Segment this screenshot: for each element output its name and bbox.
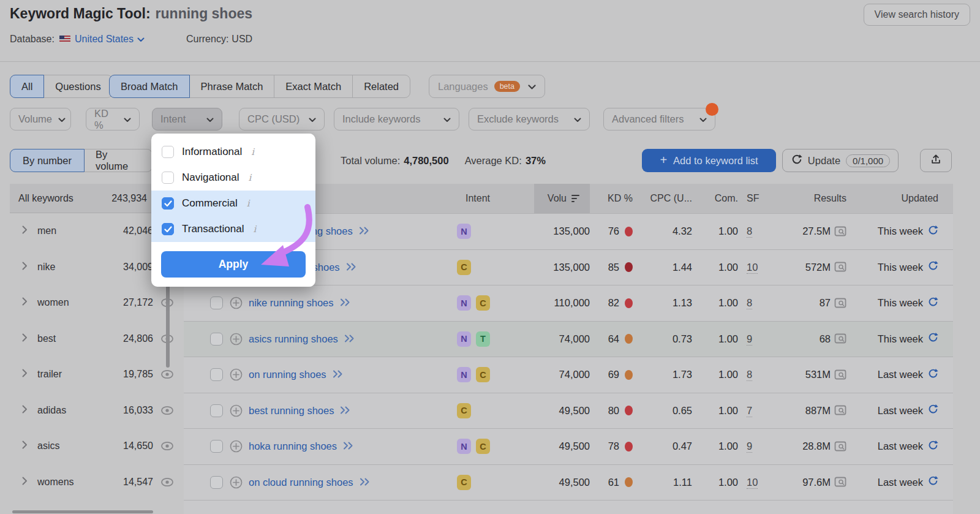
checkbox-checked[interactable] <box>162 197 174 210</box>
serp-preview-icon[interactable] <box>834 333 846 344</box>
add-keyword-icon[interactable] <box>230 333 243 346</box>
keyword-link[interactable]: on cloud running shoes <box>249 477 353 488</box>
row-checkbox[interactable] <box>210 297 223 309</box>
chevron-right-icon[interactable] <box>22 297 28 308</box>
keyword-link[interactable]: best running shoes <box>249 405 334 417</box>
header-cpc[interactable]: CPC (U... <box>641 193 692 204</box>
database-selector[interactable]: United States <box>75 34 134 45</box>
sidebar-all-keywords[interactable]: All keywords 243,934 <box>10 184 174 213</box>
volume-sort-header[interactable]: Volu <box>534 184 590 213</box>
row-checkbox[interactable] <box>210 476 223 489</box>
add-keyword-icon[interactable] <box>230 404 243 417</box>
header-volume[interactable]: Volu <box>496 184 590 213</box>
add-to-keyword-list-button[interactable]: + Add to keyword list <box>642 149 776 172</box>
add-keyword-icon[interactable] <box>230 297 243 309</box>
serp-features-count[interactable]: 9 <box>747 440 752 453</box>
eye-icon[interactable] <box>160 477 174 487</box>
double-chevron-icon[interactable] <box>333 369 344 380</box>
keyword-link[interactable]: hoka running shoes <box>249 440 337 452</box>
filter-advanced[interactable]: Advanced filters <box>603 108 715 130</box>
row-checkbox[interactable] <box>210 404 223 417</box>
keyword-table-row[interactable]: on running shoes NC 74,000 69 1.73 1.00 … <box>184 357 953 393</box>
sidebar-group-row[interactable]: trailer 19,785 <box>10 357 174 393</box>
filter-exclude-keywords[interactable]: Exclude keywords <box>469 108 590 130</box>
double-chevron-icon[interactable] <box>343 440 354 452</box>
header-com[interactable]: Com. <box>692 193 738 204</box>
serp-preview-icon[interactable] <box>834 477 846 488</box>
header-updated[interactable]: Updated <box>846 193 938 204</box>
serp-preview-icon[interactable] <box>834 226 846 237</box>
chevron-right-icon[interactable] <box>22 369 28 380</box>
serp-features-count[interactable]: 9 <box>747 333 752 346</box>
refresh-icon[interactable] <box>927 440 938 453</box>
serp-features-count[interactable]: 10 <box>747 477 758 489</box>
filter-kd[interactable]: KD % <box>86 108 140 130</box>
toggle-by-volume[interactable]: By volume <box>84 149 153 172</box>
eye-icon[interactable] <box>160 406 174 415</box>
serp-preview-icon[interactable] <box>834 441 846 452</box>
serp-features-count[interactable]: 8 <box>747 369 752 381</box>
eye-icon[interactable] <box>160 441 174 451</box>
chevron-right-icon[interactable] <box>22 262 28 273</box>
eye-icon[interactable] <box>160 369 174 379</box>
header-kd[interactable]: KD % <box>590 193 641 204</box>
checkbox-checked[interactable] <box>162 223 174 235</box>
keyword-table-row[interactable]: best running shoes C 49,500 80 0.65 1.00… <box>184 393 953 429</box>
serp-preview-icon[interactable] <box>834 262 846 273</box>
keyword-link[interactable]: nike running shoes <box>249 297 334 309</box>
tab-all[interactable]: All <box>10 75 44 98</box>
view-search-history-button[interactable]: View search history <box>864 4 970 26</box>
double-chevron-icon[interactable] <box>344 333 355 345</box>
double-chevron-icon[interactable] <box>340 405 351 417</box>
checkbox-unchecked[interactable] <box>162 172 174 184</box>
sidebar-group-row[interactable]: asics 14,650 <box>10 428 174 464</box>
add-keyword-icon[interactable] <box>230 440 243 453</box>
export-button[interactable] <box>920 149 952 172</box>
filter-cpc[interactable]: CPC (USD) <box>239 108 325 130</box>
chevron-down-icon[interactable] <box>137 34 145 45</box>
chevron-right-icon[interactable] <box>22 225 28 236</box>
tab-questions[interactable]: Questions <box>43 75 112 98</box>
checkbox-unchecked[interactable] <box>162 146 174 158</box>
sidebar-group-row[interactable]: womens 14,547 <box>10 464 174 501</box>
sidebar-group-row[interactable]: nike 34,009 <box>10 249 174 285</box>
sidebar-horizontal-scrollbar[interactable] <box>12 510 153 513</box>
filter-include-keywords[interactable]: Include keywords <box>334 108 459 130</box>
languages-dropdown[interactable]: Languages beta <box>429 75 545 98</box>
double-chevron-icon[interactable] <box>359 225 370 237</box>
keyword-table-row[interactable]: nike running shoes NC 110,000 82 1.13 1.… <box>184 285 953 321</box>
tab-phrase-match[interactable]: Phrase Match <box>189 75 275 98</box>
chevron-right-icon[interactable] <box>22 333 28 344</box>
refresh-icon[interactable] <box>927 475 938 489</box>
row-checkbox[interactable] <box>210 368 223 381</box>
intent-option-informational[interactable]: Informational i <box>151 139 315 165</box>
sidebar-group-row[interactable]: women 27,172 <box>10 285 174 321</box>
filter-volume[interactable]: Volume <box>10 108 71 130</box>
keyword-table-row[interactable]: hoka running shoes NC 49,500 78 0.47 1.0… <box>184 428 953 464</box>
header-sf[interactable]: SF <box>738 193 766 204</box>
double-chevron-icon[interactable] <box>346 262 357 273</box>
tab-broad-match[interactable]: Broad Match <box>109 75 190 98</box>
keyword-table-row[interactable]: on cloud running shoes C 49,500 61 1.11 … <box>184 464 953 501</box>
row-checkbox[interactable] <box>210 333 223 346</box>
keyword-table-row[interactable]: asics running shoes NT 74,000 64 0.73 1.… <box>184 321 953 357</box>
serp-features-count[interactable]: 10 <box>747 262 758 274</box>
serp-features-count[interactable]: 8 <box>747 225 752 238</box>
sidebar-group-row[interactable]: best 24,806 <box>10 321 174 357</box>
chevron-right-icon[interactable] <box>22 405 28 416</box>
refresh-icon[interactable] <box>927 260 938 274</box>
row-checkbox[interactable] <box>210 440 223 453</box>
sidebar-vertical-scrollbar[interactable] <box>166 279 170 368</box>
sidebar-group-row[interactable]: adidas 16,033 <box>10 393 174 429</box>
tab-related[interactable]: Related <box>352 75 410 98</box>
serp-preview-icon[interactable] <box>834 405 846 416</box>
add-keyword-icon[interactable] <box>230 368 243 381</box>
update-button[interactable]: Update 0/1,000 <box>782 149 899 172</box>
refresh-icon[interactable] <box>927 368 938 382</box>
refresh-icon[interactable] <box>927 297 938 310</box>
filter-intent[interactable]: Intent <box>152 108 222 130</box>
refresh-icon[interactable] <box>927 332 938 346</box>
chevron-right-icon[interactable] <box>22 440 28 452</box>
serp-features-count[interactable]: 7 <box>747 405 752 417</box>
intent-option-navigational[interactable]: Navigational i <box>151 165 315 191</box>
